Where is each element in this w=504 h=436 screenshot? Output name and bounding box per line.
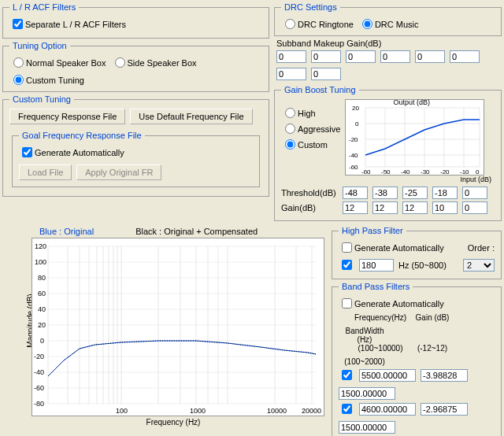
svg-text:0: 0	[40, 337, 44, 345]
subband-1[interactable]	[311, 50, 341, 63]
svg-text:40: 40	[38, 305, 46, 313]
gain-1[interactable]	[372, 201, 398, 214]
threshold-1[interactable]	[372, 187, 398, 199]
svg-text:100: 100	[35, 258, 46, 266]
goal-freq-file: Goal Frequency Response File Generate Au…	[12, 131, 260, 187]
hpf-freq[interactable]	[359, 259, 394, 272]
bpf-auto[interactable]: Generate Automatically	[339, 299, 444, 309]
subband-0[interactable]	[276, 50, 306, 63]
svg-text:0: 0	[476, 168, 480, 175]
gen-auto-checkbox[interactable]: Generate Automatically	[19, 148, 124, 157]
svg-text:1000: 1000	[190, 407, 206, 415]
lr-acf-filters: L / R ACF Filters Separate L / R ACF Fil…	[2, 2, 269, 39]
band-pass-filters: Band Pass Filters Generate Automatically…	[332, 282, 502, 436]
svg-text:-20: -20	[349, 136, 358, 143]
threshold-3[interactable]	[432, 187, 458, 199]
subband-2[interactable]	[346, 50, 376, 63]
threshold-0[interactable]	[343, 187, 368, 199]
svg-text:-50: -50	[381, 168, 391, 175]
svg-text:-60: -60	[34, 384, 44, 392]
bpf-1-2[interactable]	[339, 421, 395, 434]
custom-tuning: Custom Tuning Goal Frequency Response Fi…	[2, 94, 269, 197]
custom-gain-radio[interactable]: Custom	[281, 137, 340, 150]
bpf-1-0[interactable]	[359, 403, 416, 416]
separate-checkbox[interactable]: Separate L / R ACF Filters	[9, 20, 126, 29]
bpf-enable-0[interactable]	[342, 370, 352, 380]
bpf-0-0[interactable]	[359, 369, 416, 382]
bpf-0-2[interactable]	[339, 387, 395, 400]
svg-text:-80: -80	[34, 400, 44, 408]
gain-2[interactable]	[402, 201, 428, 214]
svg-text:-60: -60	[361, 168, 371, 175]
main-plot: 120100806040200-20-40-60-80 100100010000…	[32, 238, 324, 416]
legend-black: Black : Original + Compensated	[135, 227, 258, 236]
svg-text:20000: 20000	[302, 407, 321, 415]
default-file-btn[interactable]	[130, 109, 252, 124]
bpf-0-1[interactable]	[421, 369, 468, 382]
apply-fr-btn[interactable]	[76, 164, 161, 180]
threshold-4[interactable]	[462, 187, 487, 199]
svg-text:10000: 10000	[267, 407, 287, 415]
svg-text:60: 60	[38, 290, 46, 297]
svg-text:-20: -20	[34, 353, 44, 360]
drc-settings: DRC Settings DRC Ringtone DRC Music	[274, 2, 502, 36]
svg-text:-40: -40	[401, 168, 410, 175]
svg-text:100: 100	[116, 407, 128, 415]
drc-music-radio[interactable]: DRC Music	[358, 17, 419, 29]
normal-radio[interactable]: Normal Speaker Box	[9, 55, 106, 68]
hpf-enable[interactable]	[342, 260, 352, 270]
svg-text:80: 80	[38, 274, 46, 282]
hpf-order[interactable]: 2	[463, 259, 495, 272]
tuning-option: Tuning Option Normal Speaker Box Side Sp…	[2, 41, 269, 92]
subband-5[interactable]	[450, 50, 480, 63]
subband-3[interactable]	[380, 50, 410, 63]
load-file-btn[interactable]	[19, 164, 72, 180]
gain-0[interactable]	[343, 201, 368, 214]
aggressive-radio[interactable]: Aggressive	[281, 121, 340, 134]
freq-file-btn[interactable]	[9, 109, 125, 124]
subband-4[interactable]	[415, 50, 445, 63]
svg-text:-60: -60	[349, 164, 358, 171]
gain-plot: 200-20-40-60 -60-50-40-30-20-100 Output …	[345, 99, 484, 176]
svg-text:120: 120	[35, 242, 46, 250]
threshold-2[interactable]	[402, 187, 428, 199]
svg-text:-20: -20	[440, 168, 450, 175]
svg-text:-40: -40	[34, 368, 44, 376]
svg-text:20: 20	[352, 105, 359, 112]
gain-3[interactable]	[432, 201, 458, 214]
subband-label: Subband Makeup Gain(dB)	[276, 39, 381, 48]
high-pass-filter: High Pass Filter Generate AutomaticallyO…	[332, 226, 502, 279]
svg-text:-10: -10	[460, 168, 469, 175]
svg-text:0: 0	[355, 120, 359, 127]
drc-ringtone-radio[interactable]: DRC Ringtone	[281, 17, 354, 29]
hpf-auto[interactable]: Generate Automatically	[339, 240, 444, 255]
svg-text:-40: -40	[349, 152, 358, 159]
subband-7[interactable]	[311, 68, 341, 80]
gain-4[interactable]	[462, 201, 487, 214]
svg-text:20: 20	[38, 321, 46, 329]
legend-blue: Blue : Original	[39, 227, 94, 236]
side-radio[interactable]: Side Speaker Box	[111, 55, 197, 68]
bpf-1-1[interactable]	[421, 403, 468, 416]
subband-6[interactable]	[276, 68, 306, 80]
svg-text:-30: -30	[421, 168, 430, 175]
custom-radio[interactable]: Custom Tuning	[9, 72, 84, 85]
high-radio[interactable]: High	[281, 105, 340, 118]
bpf-enable-1[interactable]	[342, 404, 352, 414]
gain-boost-tuning: Gain Boost Tuning High Aggressive Custom…	[274, 85, 502, 221]
